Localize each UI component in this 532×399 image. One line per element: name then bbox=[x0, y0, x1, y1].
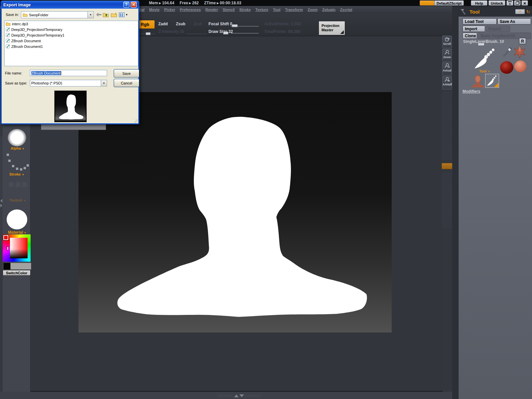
save-type-dropdown-arrow[interactable]: ▼ bbox=[101, 80, 107, 86]
menu-zplugin[interactable]: Zplugin bbox=[322, 8, 335, 12]
menu-tool[interactable]: Tool bbox=[273, 8, 280, 12]
tray-expand-right-icon[interactable] bbox=[0, 203, 2, 207]
save-in-combobox[interactable]: SwopFolder ▼ bbox=[21, 11, 94, 18]
alpha-menu[interactable]: Alpha ▼ bbox=[11, 146, 25, 150]
save-button[interactable]: Save bbox=[114, 69, 139, 77]
zadd-button[interactable]: Zadd bbox=[158, 22, 168, 26]
up-one-level-button[interactable] bbox=[102, 12, 109, 18]
stroke-menu[interactable]: Stroke ▼ bbox=[9, 172, 24, 176]
file-row[interactable]: ZBrush Document1 bbox=[5, 44, 138, 49]
brush-slider-track[interactable] bbox=[463, 44, 516, 45]
cancel-button[interactable]: Cancel bbox=[114, 79, 139, 87]
gray-color-swatch[interactable] bbox=[10, 263, 31, 270]
zbrush-app: { "colors":{"accent_orange":"#e8930c","x… bbox=[0, 0, 532, 399]
texture-menu[interactable]: Texture ▼ bbox=[9, 198, 26, 202]
modifiers-section-header[interactable]: Modifiers bbox=[463, 89, 480, 94]
tray-collapse-left-icon[interactable] bbox=[0, 199, 2, 203]
secondary-color-swatch[interactable] bbox=[3, 263, 11, 270]
bust-tool-icon[interactable] bbox=[470, 74, 485, 88]
tool-selector-menu[interactable]: Tool ▼ bbox=[479, 69, 490, 73]
restore-window-button[interactable] bbox=[514, 0, 521, 6]
canvas-document[interactable] bbox=[78, 92, 392, 332]
focal-shift-handle[interactable] bbox=[232, 24, 238, 27]
save-as-type-combobox[interactable]: Photoshop (*.PSD) ▼ bbox=[30, 80, 107, 86]
import-button[interactable]: Import bbox=[463, 26, 485, 32]
default-zscript-button[interactable]: DefaultZScript bbox=[434, 0, 464, 6]
selected-tool-tile[interactable] bbox=[485, 74, 499, 88]
sphere3d-tool-icon[interactable] bbox=[514, 61, 526, 72]
draw-size-slider-label[interactable]: Draw Size 32 bbox=[208, 29, 233, 34]
r-button[interactable]: R bbox=[519, 38, 526, 44]
current-color-swatch[interactable] bbox=[3, 235, 8, 240]
menu-stroke[interactable]: Stroke bbox=[239, 8, 251, 12]
zsub-button[interactable]: Zsub bbox=[176, 22, 186, 26]
panel-menu-button[interactable]: ▼ bbox=[515, 9, 525, 14]
scroll-button[interactable]: Scroll bbox=[442, 36, 452, 48]
focal-shift-slider-label[interactable]: Focal Shift 0 bbox=[208, 22, 232, 26]
menu-preferences[interactable]: Preferences bbox=[180, 8, 201, 12]
menu-zoom[interactable]: Zoom bbox=[308, 8, 318, 12]
tray-up-arrow-icon[interactable] bbox=[234, 394, 239, 397]
dialog-close-button[interactable]: ✕ bbox=[131, 2, 137, 8]
color-picker-hue-ring[interactable] bbox=[3, 234, 31, 262]
simple-brush-tool-icon[interactable] bbox=[501, 47, 512, 58]
file-row[interactable]: Deep3D_Projection#Temporary bbox=[5, 27, 138, 32]
menu-texture[interactable]: Texture bbox=[255, 8, 268, 12]
tray-down-arrow-icon[interactable] bbox=[239, 394, 244, 397]
sphere-tool-icon[interactable] bbox=[500, 61, 513, 74]
menu-movie[interactable]: Movie bbox=[149, 8, 160, 12]
material-menu[interactable]: Material ▼ bbox=[8, 230, 27, 235]
panel-pin-icon[interactable]: ↻ bbox=[526, 9, 530, 14]
zoom-button[interactable]: Zoom bbox=[442, 49, 452, 62]
file-row[interactable]: Deep3D_Projection#Temporary1 bbox=[5, 32, 138, 38]
active-orange-shelf-button[interactable] bbox=[442, 163, 453, 169]
close-window-button[interactable]: ✕ bbox=[521, 0, 528, 6]
menu-picker[interactable]: Picker bbox=[164, 8, 175, 12]
projection-master-button[interactable]: Projection Master bbox=[319, 21, 345, 35]
alpha-preview[interactable] bbox=[8, 129, 26, 146]
help-button[interactable]: Help bbox=[471, 0, 487, 6]
dialog-title: Export Image bbox=[3, 2, 31, 7]
draw-size-track[interactable] bbox=[231, 33, 259, 34]
menu-stencil[interactable]: Stencil bbox=[223, 8, 235, 12]
dialog-help-button[interactable]: ? bbox=[123, 2, 129, 8]
current-tool-preview[interactable] bbox=[472, 47, 497, 70]
save-as-button[interactable]: Save As bbox=[497, 18, 531, 25]
color-picker-sv-square[interactable] bbox=[10, 238, 28, 258]
view-menu-button[interactable]: ▼ bbox=[118, 12, 128, 18]
material-preview[interactable] bbox=[7, 209, 27, 229]
switch-color-button[interactable]: SwitchColor bbox=[3, 270, 31, 276]
brush-slider-handle[interactable] bbox=[478, 43, 484, 46]
dialog-titlebar[interactable]: Export Image bbox=[1, 1, 139, 9]
bottom-scroll-texture-right[interactable] bbox=[244, 394, 261, 397]
unlock-button[interactable]: Unlock bbox=[488, 0, 505, 6]
export-button[interactable]: Export bbox=[486, 26, 510, 32]
star3d-tool-icon[interactable] bbox=[513, 45, 526, 59]
file-row[interactable]: ZBrush Document bbox=[5, 38, 138, 44]
file-list[interactable]: interc.dp3 Deep3D_Projection#Temporary D… bbox=[4, 21, 138, 66]
dialog-resize-grip[interactable] bbox=[134, 119, 138, 123]
menu-zscript[interactable]: Zscript bbox=[340, 8, 352, 12]
actual-button[interactable]: Actual bbox=[442, 62, 452, 75]
file-row-folder[interactable]: interc.dp3 bbox=[5, 21, 138, 27]
z-intensity-slider-label[interactable]: Z Intensity 25 bbox=[159, 29, 184, 34]
load-tool-button[interactable]: Load Tool bbox=[463, 18, 497, 25]
menus-button[interactable]: Menus bbox=[420, 0, 436, 6]
draw-size-handle[interactable] bbox=[223, 32, 228, 35]
z-intensity-track[interactable] bbox=[186, 34, 207, 34]
bottom-scroll-texture-left[interactable] bbox=[217, 394, 233, 397]
rgb-intensity-handle[interactable] bbox=[146, 32, 151, 35]
clone-button[interactable]: Clone bbox=[463, 33, 477, 39]
back-button[interactable] bbox=[96, 12, 102, 17]
color-picker-cursor[interactable] bbox=[7, 246, 9, 250]
new-folder-button[interactable] bbox=[110, 12, 118, 18]
save-in-dropdown-arrow[interactable]: ▼ bbox=[87, 12, 93, 18]
shrink-window-button[interactable]: ▼ bbox=[506, 0, 513, 6]
file-name-input[interactable]: ZBrush Document bbox=[30, 70, 107, 76]
views-dropdown-arrow: ▼ bbox=[125, 13, 128, 16]
menu-transform[interactable]: Transform bbox=[285, 8, 303, 12]
menu-render[interactable]: Render bbox=[205, 8, 218, 12]
aahalf-button[interactable]: AAHalf bbox=[442, 76, 452, 89]
zbrush-doc-icon bbox=[6, 27, 10, 32]
zcut-button[interactable]: Zcut bbox=[194, 22, 202, 26]
